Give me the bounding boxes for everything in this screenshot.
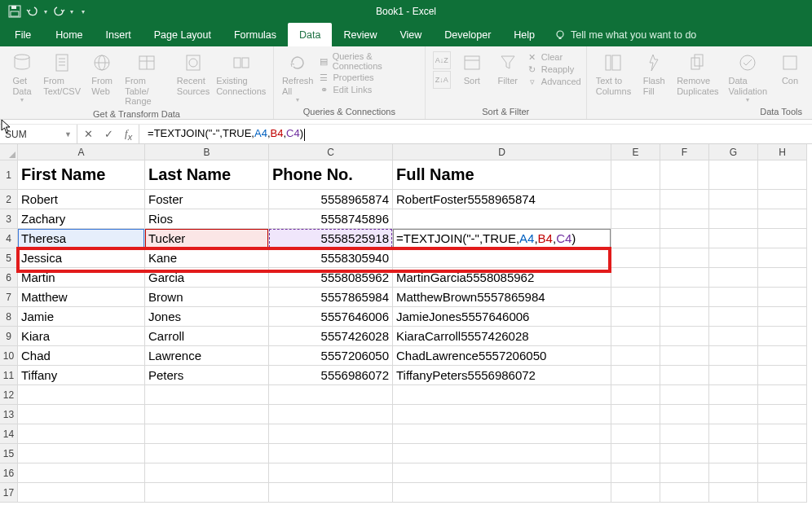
grid[interactable]: ABCDEFGH1First NameLast NamePhone No.Ful… xyxy=(0,144,807,514)
cell[interactable] xyxy=(611,424,660,444)
cell[interactable]: Carroll xyxy=(145,327,269,346)
row-header[interactable]: 4 xyxy=(0,229,18,248)
cell[interactable] xyxy=(393,444,611,463)
cell[interactable] xyxy=(709,327,758,346)
cell[interactable]: Martin xyxy=(18,268,145,288)
cell[interactable] xyxy=(611,229,660,248)
cell[interactable] xyxy=(611,209,660,229)
sort-za-button[interactable]: Z↓A xyxy=(433,71,451,89)
cell[interactable] xyxy=(18,405,145,424)
cell[interactable] xyxy=(660,483,709,503)
row-header[interactable]: 17 xyxy=(0,483,18,503)
cell[interactable] xyxy=(758,268,807,288)
qat-customize-icon[interactable]: ▾ xyxy=(82,8,85,15)
edit-links-button[interactable]: ⚭Edit Links xyxy=(318,84,419,95)
flash-fill-button[interactable]: Flash Fill xyxy=(637,50,671,98)
cell[interactable] xyxy=(660,366,709,385)
cell[interactable] xyxy=(269,405,393,424)
cell[interactable] xyxy=(660,444,709,463)
cell[interactable] xyxy=(758,463,807,483)
row-header[interactable]: 11 xyxy=(0,366,18,385)
text-to-columns-button[interactable]: Text to Columns xyxy=(592,50,635,98)
row-header[interactable]: 1 xyxy=(0,160,18,190)
tell-me-search[interactable]: Tell me what you want to do xyxy=(554,23,696,46)
cell[interactable] xyxy=(660,248,709,268)
tab-file[interactable]: File xyxy=(0,23,44,46)
cell[interactable] xyxy=(709,385,758,405)
cell[interactable] xyxy=(660,405,709,424)
cell[interactable] xyxy=(660,327,709,346)
cell[interactable] xyxy=(660,209,709,229)
name-box[interactable]: SUM ▼ xyxy=(0,125,77,143)
cell[interactable] xyxy=(709,209,758,229)
tab-formulas[interactable]: Formulas xyxy=(223,23,288,46)
redo-icon[interactable] xyxy=(52,5,65,18)
reapply-filter-button[interactable]: ↻Reapply xyxy=(527,64,581,75)
row-header[interactable]: 6 xyxy=(0,268,18,288)
cell[interactable] xyxy=(611,307,660,327)
cell[interactable] xyxy=(709,190,758,209)
cell[interactable] xyxy=(145,463,269,483)
cell[interactable] xyxy=(758,483,807,503)
cell[interactable] xyxy=(145,444,269,463)
cell[interactable] xyxy=(393,209,611,229)
cell[interactable] xyxy=(611,405,660,424)
cell[interactable] xyxy=(709,346,758,366)
recent-sources-button[interactable]: Recent Sources xyxy=(174,50,212,98)
cell[interactable] xyxy=(660,190,709,209)
tab-insert[interactable]: Insert xyxy=(95,23,143,46)
row-header[interactable]: 15 xyxy=(0,444,18,463)
cell[interactable]: =TEXTJOIN("-",TRUE,A4,B4,C4) xyxy=(393,229,611,248)
cell[interactable] xyxy=(660,424,709,444)
cell[interactable] xyxy=(709,288,758,307)
cell[interactable] xyxy=(145,424,269,444)
cell[interactable]: Tiffany xyxy=(18,366,145,385)
cell[interactable]: Lawrence xyxy=(145,346,269,366)
cell[interactable]: Jamie xyxy=(18,307,145,327)
column-header[interactable]: D xyxy=(393,144,611,160)
cell[interactable] xyxy=(660,268,709,288)
cell[interactable]: 5556986072 xyxy=(269,366,393,385)
cancel-formula-icon[interactable]: ✕ xyxy=(84,128,93,140)
cell[interactable]: 5558085962 xyxy=(269,268,393,288)
cell[interactable] xyxy=(145,405,269,424)
cell[interactable] xyxy=(611,463,660,483)
remove-duplicates-button[interactable]: Remove Duplicates xyxy=(673,50,722,98)
filter-button[interactable]: Filter xyxy=(491,50,525,88)
cell[interactable] xyxy=(18,444,145,463)
redo-dropdown-icon[interactable]: ▾ xyxy=(70,8,73,15)
cell[interactable]: Brown xyxy=(145,288,269,307)
row-header[interactable]: 12 xyxy=(0,385,18,405)
fx-icon[interactable]: fx xyxy=(125,127,132,142)
cell[interactable] xyxy=(660,346,709,366)
column-header[interactable]: H xyxy=(758,144,807,160)
row-header[interactable]: 14 xyxy=(0,424,18,444)
cell[interactable] xyxy=(709,268,758,288)
cell[interactable] xyxy=(660,229,709,248)
cell[interactable]: First Name xyxy=(18,160,145,190)
cell[interactable]: 5558965874 xyxy=(269,190,393,209)
cell[interactable]: Chad xyxy=(18,346,145,366)
tab-data[interactable]: Data xyxy=(288,23,332,46)
cell[interactable] xyxy=(393,483,611,503)
cell[interactable]: 5558525918 xyxy=(269,229,393,248)
cell[interactable] xyxy=(709,405,758,424)
cell[interactable]: Robert xyxy=(18,190,145,209)
cell[interactable] xyxy=(758,405,807,424)
tab-help[interactable]: Help xyxy=(502,23,546,46)
row-header[interactable]: 7 xyxy=(0,288,18,307)
cell[interactable]: Foster xyxy=(145,190,269,209)
column-header[interactable]: E xyxy=(611,144,660,160)
column-header[interactable]: F xyxy=(660,144,709,160)
cell[interactable] xyxy=(758,288,807,307)
cell[interactable]: Jones xyxy=(145,307,269,327)
cell[interactable]: 5557865984 xyxy=(269,288,393,307)
sort-az-button[interactable]: A↓Z xyxy=(433,51,451,69)
accept-formula-icon[interactable]: ✓ xyxy=(104,128,113,140)
refresh-all-button[interactable]: Refresh All▾ xyxy=(279,50,317,105)
cell[interactable] xyxy=(145,385,269,405)
data-validation-button[interactable]: Data Validation▾ xyxy=(725,50,772,105)
undo-icon[interactable] xyxy=(26,5,39,18)
cell[interactable] xyxy=(18,424,145,444)
cell[interactable] xyxy=(709,366,758,385)
